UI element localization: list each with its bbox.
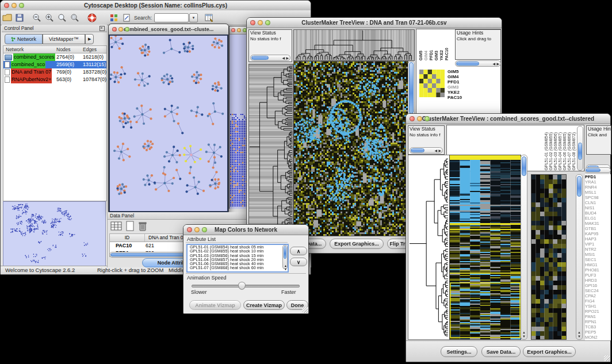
gene-label[interactable]: HMG1	[585, 262, 611, 267]
column-label[interactable]: GIM4	[424, 51, 428, 60]
close-button[interactable]	[250, 20, 255, 25]
usage-hints-scrollbar[interactable]: ◀▶	[455, 60, 501, 67]
column-label[interactable]: GPL51-01 (GSM854)	[544, 132, 548, 170]
minimize-button[interactable]	[194, 227, 200, 232]
zoom-in-icon[interactable]	[44, 12, 55, 24]
open-icon[interactable]	[1, 12, 13, 24]
attribute-browser-icon[interactable]	[203, 12, 215, 24]
gene-label[interactable]: SPC98	[585, 195, 611, 200]
treeview2-titlebar[interactable]: ClusterMaker TreeView : combined_scores_…	[406, 114, 610, 124]
column-label[interactable]: GIM3	[434, 51, 438, 60]
gene-label[interactable]: PAC10	[447, 95, 462, 100]
column-label[interactable]: PFD1	[429, 50, 433, 60]
gene-label[interactable]: ELG1	[585, 216, 611, 221]
tab-overflow-arrow[interactable]: ▶	[85, 34, 94, 44]
column-label[interactable]: GPL51-02 (GSM855)	[549, 132, 553, 170]
gene-label[interactable]: KAP95	[585, 231, 611, 236]
column-label[interactable]: GPL51-04 (GSM857)	[558, 132, 562, 170]
treeview1-column-dendrogram[interactable]	[293, 29, 415, 61]
gene-label[interactable]: PAN1	[585, 314, 611, 319]
gene-label[interactable]: PUF3	[585, 273, 611, 278]
float-panel-icon[interactable]	[100, 26, 105, 31]
zoom-button[interactable]	[265, 20, 270, 25]
gene-label[interactable]: MON2	[585, 335, 611, 340]
treeview2-zoom-vscrollbar[interactable]: ▲▼	[576, 174, 583, 340]
gene-label[interactable]: MSI1	[585, 252, 611, 257]
zoom-button[interactable]	[125, 27, 129, 32]
gene-label[interactable]: HAP3	[585, 236, 611, 242]
treeview1-mini-heatmap[interactable]	[419, 70, 445, 97]
gene-label[interactable]: SEC1	[585, 257, 611, 262]
gene-label[interactable]: SEC24	[585, 288, 611, 293]
gene-label[interactable]: GPI16	[585, 283, 611, 288]
treeview1-row-dendrogram[interactable]	[248, 64, 293, 236]
network-list-row[interactable]: combined_sco 2569(6) 13112(15)	[3, 61, 106, 68]
settings-button[interactable]: Settings...	[441, 346, 477, 357]
column-label[interactable]: GIM5	[419, 51, 423, 60]
gene-label[interactable]: YRA1	[585, 179, 611, 185]
gene-label[interactable]: CPA2	[585, 293, 611, 298]
gene-label[interactable]: MAK31	[585, 221, 611, 226]
column-label[interactable]: GPL51-03 (GSM856)	[553, 132, 557, 170]
view-status-scrollbar[interactable]: ◀▶	[410, 147, 443, 154]
resize-grip[interactable]	[302, 307, 308, 313]
network-list-row[interactable]: RNAPuberNov2+ 563(0) 107847(0)	[3, 76, 106, 83]
birdseye-view[interactable]	[3, 201, 106, 266]
attribute-listbox[interactable]: GPL51-01 (GSM854) heat shock 05 minGPL51…	[186, 244, 289, 273]
network-canvas[interactable]	[110, 36, 227, 211]
animation-speed-slider-thumb[interactable]	[238, 282, 246, 290]
minimize-button[interactable]	[258, 20, 263, 25]
column-label-vscrollbar[interactable]	[577, 126, 583, 171]
treeview2-heatmap[interactable]	[449, 155, 521, 340]
gene-label[interactable]: YSH1	[585, 304, 611, 309]
gene-label[interactable]: VIP1	[585, 242, 611, 247]
column-label[interactable]: YKE2	[439, 50, 443, 60]
close-button[interactable]	[231, 28, 235, 32]
tab-vizmapper[interactable]: VizMapper™	[43, 34, 85, 44]
move-down-button[interactable]: ∨	[290, 258, 307, 266]
annotation-icon[interactable]	[121, 12, 132, 24]
gene-label[interactable]: PFD1	[585, 174, 611, 179]
new-doc-icon[interactable]	[125, 221, 135, 233]
gene-label[interactable]: GIM5	[447, 69, 462, 74]
treeview1-titlebar[interactable]: ClusterMaker TreeView : DNA and Tran 07-…	[247, 18, 502, 28]
resize-grip[interactable]	[604, 355, 610, 361]
help-icon[interactable]	[86, 12, 98, 24]
column-label[interactable]: PAC10	[445, 48, 449, 60]
close-button[interactable]	[4, 3, 9, 8]
scroll-down-arrow[interactable]: ▼	[284, 268, 287, 271]
treeview1-heatmap[interactable]	[293, 61, 408, 236]
gene-label[interactable]: GIM4	[447, 74, 462, 79]
view-status-scrollbar[interactable]: ◀▶	[250, 55, 290, 61]
gene-label[interactable]: TCB3	[585, 324, 611, 329]
gene-label[interactable]: RPN1	[585, 319, 611, 324]
gene-label[interactable]: MSL1	[585, 190, 611, 195]
minimize-button[interactable]	[237, 28, 241, 32]
zoom-button[interactable]	[424, 116, 430, 121]
animation-speed-slider-track[interactable]	[192, 285, 300, 288]
main-titlebar[interactable]: Cytoscape Desktop (Session Name: collins…	[1, 1, 311, 11]
gene-label[interactable]: NTR2	[585, 247, 611, 252]
gene-label[interactable]: CLN1	[585, 200, 611, 205]
zoom-button[interactable]	[19, 3, 24, 8]
gene-label[interactable]: RPO21	[585, 309, 611, 314]
column-label[interactable]: GPL51-06 (GSM865)	[563, 132, 567, 170]
treeview2-heatmap-vscrollbar[interactable]: ▲▼	[521, 155, 527, 340]
zoom-fit-icon[interactable]	[56, 12, 68, 24]
gene-label[interactable]: GTB1	[585, 226, 611, 231]
create-vizmap-button[interactable]: Create Vizmap	[243, 300, 285, 310]
back-window-titlebar[interactable]	[230, 26, 247, 35]
gene-label[interactable]: FIG4	[585, 298, 611, 304]
gene-label[interactable]: RNR4	[585, 185, 611, 190]
gene-label[interactable]: BUD4	[585, 210, 611, 216]
treeview2-zoom-heatmap[interactable]	[531, 174, 567, 340]
minimize-button[interactable]	[417, 116, 422, 121]
search-input[interactable]	[154, 13, 189, 22]
attribute-item[interactable]: GPL51-07 (GSM868) heat shock 60 min	[189, 266, 282, 270]
column-label[interactable]: GPL51-07 (GSM868)	[567, 132, 571, 170]
save-icon[interactable]	[14, 12, 25, 24]
column-label[interactable]: GPL51-08 (GSM872)	[572, 132, 576, 170]
export-graphics-button[interactable]: Export Graphics...	[523, 346, 576, 357]
search-dropdown-arrow[interactable]: ▼	[189, 13, 198, 22]
treeview1-export-graphics-button[interactable]: Export Graphics...	[330, 239, 384, 249]
